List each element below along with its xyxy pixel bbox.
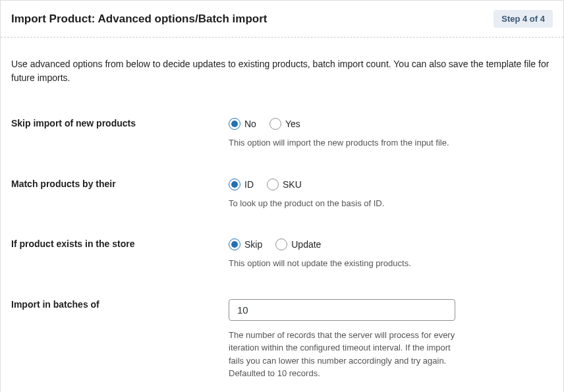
row-skip-new: Skip import of new products No Yes This … [11, 118, 553, 150]
radio-option-yes[interactable]: Yes [269, 118, 300, 130]
batch-input[interactable] [229, 299, 455, 321]
helper-batch: The number of records that the server wi… [229, 329, 455, 380]
radio-label: Update [291, 239, 321, 250]
row-batch: Import in batches of The number of recor… [11, 299, 553, 380]
control-match-by: ID SKU To look up the product on the bas… [229, 179, 553, 210]
intro-text: Use advanced options from below to decid… [11, 57, 553, 85]
step-badge: Step 4 of 4 [494, 10, 553, 28]
radio-label: No [244, 119, 256, 129]
row-if-exists: If product exists in the store Skip Upda… [11, 238, 553, 270]
radio-label: Skip [244, 239, 262, 250]
label-match-by: Match products by their [11, 179, 229, 189]
control-batch: The number of records that the server wi… [229, 299, 553, 380]
form-body: Use advanced options from below to decid… [1, 38, 563, 392]
helper-if-exists: This option will not update the existing… [229, 257, 553, 270]
radio-option-skip[interactable]: Skip [229, 238, 262, 250]
radio-option-no[interactable]: No [229, 118, 256, 130]
page-title: Import Product: Advanced options/Batch i… [11, 13, 268, 26]
radio-label: Yes [285, 119, 300, 129]
radio-group-if-exists: Skip Update [229, 238, 553, 250]
label-if-exists: If product exists in the store [11, 238, 229, 249]
radio-group-match-by: ID SKU [229, 179, 553, 190]
radio-option-update[interactable]: Update [275, 238, 321, 250]
label-batch: Import in batches of [11, 299, 229, 310]
radio-icon [267, 179, 279, 190]
radio-option-id[interactable]: ID [229, 179, 254, 190]
helper-match-by: To look up the product on the basis of I… [229, 197, 553, 210]
radio-icon [269, 118, 281, 130]
radio-label: SKU [283, 179, 302, 190]
radio-option-sku[interactable]: SKU [267, 179, 302, 190]
control-if-exists: Skip Update This option will not update … [229, 238, 553, 270]
header: Import Product: Advanced options/Batch i… [1, 1, 563, 38]
radio-icon [229, 238, 240, 250]
radio-label: ID [244, 179, 254, 190]
radio-icon [275, 238, 287, 250]
import-wizard-panel: Import Product: Advanced options/Batch i… [0, 0, 564, 392]
radio-icon [229, 118, 240, 130]
helper-skip-new: This option will import the new products… [229, 136, 553, 150]
control-skip-new: No Yes This option will import the new p… [229, 118, 553, 150]
radio-icon [229, 179, 240, 190]
row-match-by: Match products by their ID SKU To look u… [11, 179, 553, 210]
label-skip-new: Skip import of new products [11, 118, 229, 128]
radio-group-skip-new: No Yes [229, 118, 553, 130]
